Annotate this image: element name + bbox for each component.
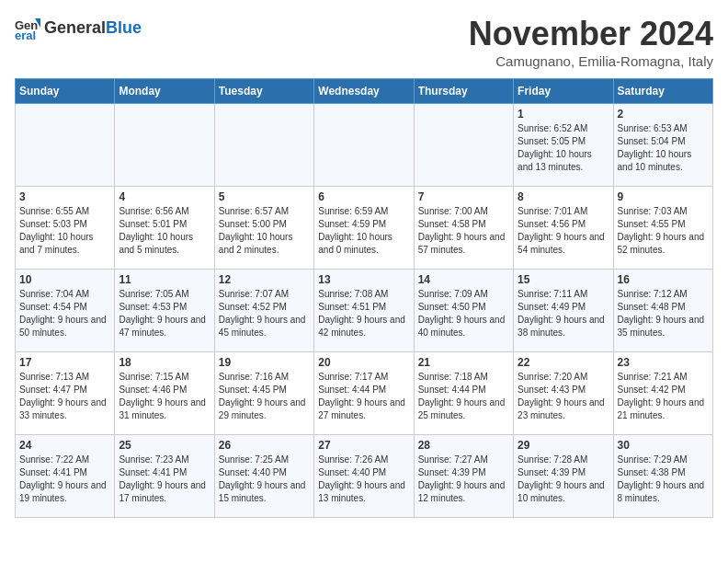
day-number: 29	[518, 439, 609, 452]
day-number: 8	[518, 190, 609, 203]
day-info: Sunrise: 7:18 AMSunset: 4:44 PMDaylight:…	[418, 371, 509, 422]
day-info: Sunrise: 7:21 AMSunset: 4:42 PMDaylight:…	[618, 371, 709, 422]
day-info: Sunrise: 7:28 AMSunset: 4:39 PMDaylight:…	[518, 454, 609, 505]
day-info: Sunrise: 7:03 AMSunset: 4:55 PMDaylight:…	[618, 205, 709, 257]
day-info: Sunrise: 7:00 AMSunset: 4:58 PMDaylight:…	[418, 205, 509, 257]
day-info: Sunrise: 6:52 AMSunset: 5:05 PMDaylight:…	[518, 122, 609, 174]
day-info: Sunrise: 6:53 AMSunset: 5:04 PMDaylight:…	[618, 122, 709, 174]
day-cell: 14Sunrise: 7:09 AMSunset: 4:50 PMDayligh…	[414, 270, 513, 352]
weekday-header-monday: Monday	[115, 79, 214, 104]
day-info: Sunrise: 7:07 AMSunset: 4:52 PMDaylight:…	[219, 288, 310, 339]
day-number: 12	[219, 273, 310, 286]
day-info: Sunrise: 7:01 AMSunset: 4:56 PMDaylight:…	[518, 205, 609, 257]
month-title: November 2024	[469, 15, 713, 53]
day-cell	[214, 104, 313, 187]
day-cell	[115, 104, 214, 187]
logo-text-blue: Blue	[106, 18, 142, 38]
day-cell: 28Sunrise: 7:27 AMSunset: 4:39 PMDayligh…	[414, 435, 513, 518]
day-number: 15	[518, 273, 609, 286]
week-row-2: 3Sunrise: 6:55 AMSunset: 5:03 PMDaylight…	[16, 187, 713, 270]
day-cell: 18Sunrise: 7:15 AMSunset: 4:46 PMDayligh…	[115, 352, 214, 435]
weekday-header-wednesday: Wednesday	[314, 79, 414, 104]
day-number: 20	[318, 356, 409, 369]
day-number: 2	[618, 108, 709, 121]
header: Gen eral GeneralBlue November 2024 Camug…	[15, 15, 713, 69]
day-number: 22	[518, 356, 609, 369]
day-info: Sunrise: 7:09 AMSunset: 4:50 PMDaylight:…	[418, 288, 509, 339]
day-number: 21	[418, 356, 509, 369]
day-number: 6	[318, 190, 409, 203]
day-number: 23	[618, 356, 709, 369]
day-info: Sunrise: 7:13 AMSunset: 4:47 PMDaylight:…	[19, 371, 110, 422]
weekday-header-friday: Friday	[514, 79, 613, 104]
day-cell: 19Sunrise: 7:16 AMSunset: 4:45 PMDayligh…	[214, 352, 313, 435]
day-number: 24	[19, 439, 110, 452]
day-cell	[16, 104, 115, 187]
day-cell: 13Sunrise: 7:08 AMSunset: 4:51 PMDayligh…	[314, 270, 414, 352]
calendar-header: SundayMondayTuesdayWednesdayThursdayFrid…	[16, 79, 713, 104]
day-info: Sunrise: 7:25 AMSunset: 4:40 PMDaylight:…	[219, 454, 310, 505]
day-number: 4	[119, 190, 210, 203]
weekday-header-thursday: Thursday	[414, 79, 513, 104]
weekday-header-sunday: Sunday	[16, 79, 115, 104]
day-info: Sunrise: 7:27 AMSunset: 4:39 PMDaylight:…	[418, 454, 509, 505]
day-cell: 21Sunrise: 7:18 AMSunset: 4:44 PMDayligh…	[414, 352, 513, 435]
day-info: Sunrise: 7:04 AMSunset: 4:54 PMDaylight:…	[19, 288, 110, 339]
day-cell: 4Sunrise: 6:56 AMSunset: 5:01 PMDaylight…	[115, 187, 214, 270]
day-cell	[314, 104, 414, 187]
title-area: November 2024 Camugnano, Emilia-Romagna,…	[469, 15, 713, 69]
day-number: 27	[318, 439, 409, 452]
day-number: 28	[418, 439, 509, 452]
weekday-row: SundayMondayTuesdayWednesdayThursdayFrid…	[16, 79, 713, 104]
day-number: 17	[19, 356, 110, 369]
day-cell: 23Sunrise: 7:21 AMSunset: 4:42 PMDayligh…	[613, 352, 712, 435]
day-cell: 29Sunrise: 7:28 AMSunset: 4:39 PMDayligh…	[514, 435, 613, 518]
day-info: Sunrise: 7:16 AMSunset: 4:45 PMDaylight:…	[219, 371, 310, 422]
day-cell: 9Sunrise: 7:03 AMSunset: 4:55 PMDaylight…	[613, 187, 712, 270]
day-cell: 22Sunrise: 7:20 AMSunset: 4:43 PMDayligh…	[514, 352, 613, 435]
day-cell: 15Sunrise: 7:11 AMSunset: 4:49 PMDayligh…	[514, 270, 613, 352]
day-number: 14	[418, 273, 509, 286]
day-info: Sunrise: 7:17 AMSunset: 4:44 PMDaylight:…	[318, 371, 409, 422]
day-number: 13	[318, 273, 409, 286]
logo-text-general: General	[44, 18, 106, 38]
day-info: Sunrise: 7:20 AMSunset: 4:43 PMDaylight:…	[518, 371, 609, 422]
day-info: Sunrise: 7:22 AMSunset: 4:41 PMDaylight:…	[19, 454, 110, 505]
day-cell: 11Sunrise: 7:05 AMSunset: 4:53 PMDayligh…	[115, 270, 214, 352]
calendar-table: SundayMondayTuesdayWednesdayThursdayFrid…	[15, 78, 713, 518]
day-info: Sunrise: 6:59 AMSunset: 4:59 PMDaylight:…	[318, 205, 409, 257]
day-cell: 7Sunrise: 7:00 AMSunset: 4:58 PMDaylight…	[414, 187, 513, 270]
logo: Gen eral GeneralBlue	[15, 15, 142, 40]
weekday-header-tuesday: Tuesday	[214, 79, 313, 104]
day-info: Sunrise: 7:26 AMSunset: 4:40 PMDaylight:…	[318, 454, 409, 505]
day-number: 7	[418, 190, 509, 203]
day-cell: 10Sunrise: 7:04 AMSunset: 4:54 PMDayligh…	[16, 270, 115, 352]
day-number: 9	[618, 190, 709, 203]
week-row-3: 10Sunrise: 7:04 AMSunset: 4:54 PMDayligh…	[16, 270, 713, 352]
day-info: Sunrise: 7:08 AMSunset: 4:51 PMDaylight:…	[318, 288, 409, 339]
svg-text:eral: eral	[15, 29, 36, 40]
week-row-5: 24Sunrise: 7:22 AMSunset: 4:41 PMDayligh…	[16, 435, 713, 518]
day-cell: 1Sunrise: 6:52 AMSunset: 5:05 PMDaylight…	[514, 104, 613, 187]
week-row-4: 17Sunrise: 7:13 AMSunset: 4:47 PMDayligh…	[16, 352, 713, 435]
day-cell: 27Sunrise: 7:26 AMSunset: 4:40 PMDayligh…	[314, 435, 414, 518]
subtitle: Camugnano, Emilia-Romagna, Italy	[469, 53, 713, 69]
day-info: Sunrise: 7:15 AMSunset: 4:46 PMDaylight:…	[119, 371, 210, 422]
weekday-header-saturday: Saturday	[613, 79, 712, 104]
day-cell: 8Sunrise: 7:01 AMSunset: 4:56 PMDaylight…	[514, 187, 613, 270]
day-info: Sunrise: 6:56 AMSunset: 5:01 PMDaylight:…	[119, 205, 210, 257]
day-number: 19	[219, 356, 310, 369]
day-info: Sunrise: 6:55 AMSunset: 5:03 PMDaylight:…	[19, 205, 110, 257]
day-info: Sunrise: 7:23 AMSunset: 4:41 PMDaylight:…	[119, 454, 210, 505]
day-cell: 17Sunrise: 7:13 AMSunset: 4:47 PMDayligh…	[16, 352, 115, 435]
day-number: 26	[219, 439, 310, 452]
day-number: 10	[19, 273, 110, 286]
week-row-1: 1Sunrise: 6:52 AMSunset: 5:05 PMDaylight…	[16, 104, 713, 187]
day-cell: 26Sunrise: 7:25 AMSunset: 4:40 PMDayligh…	[214, 435, 313, 518]
day-number: 11	[119, 273, 210, 286]
day-number: 1	[518, 108, 609, 121]
day-number: 16	[618, 273, 709, 286]
day-info: Sunrise: 7:11 AMSunset: 4:49 PMDaylight:…	[518, 288, 609, 339]
day-cell: 2Sunrise: 6:53 AMSunset: 5:04 PMDaylight…	[613, 104, 712, 187]
day-cell: 12Sunrise: 7:07 AMSunset: 4:52 PMDayligh…	[214, 270, 313, 352]
